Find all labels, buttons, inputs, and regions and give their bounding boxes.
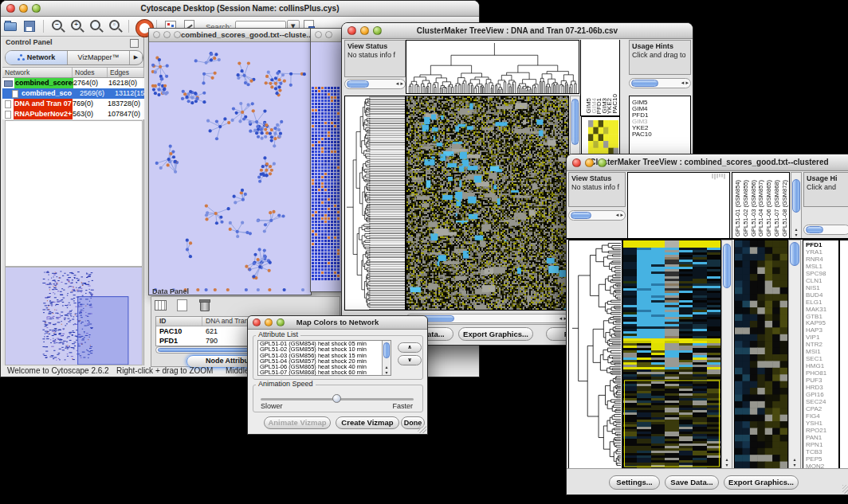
heatmap-pane[interactable] bbox=[622, 240, 721, 469]
delete-attribute-icon[interactable] bbox=[198, 299, 211, 312]
row-dendrogram-pane[interactable] bbox=[568, 240, 622, 469]
file-icon bbox=[12, 90, 18, 98]
network-tree-empty-area bbox=[5, 120, 143, 267]
tab-network[interactable]: Network bbox=[6, 51, 68, 64]
treeview1-titlebar[interactable]: ClusterMaker TreeView : DNA and Tran 07-… bbox=[342, 23, 693, 39]
close-button[interactable] bbox=[153, 31, 160, 38]
network-table-header[interactable]: Network Nodes Edges bbox=[2, 67, 144, 78]
create-vizmap-button[interactable]: Create Vizmap bbox=[336, 416, 399, 429]
close-button[interactable] bbox=[253, 318, 261, 326]
background-network-window[interactable] bbox=[310, 28, 344, 292]
usage-hints-scrollbar[interactable] bbox=[803, 225, 848, 235]
attribute-item[interactable]: GPL51-07 (GSM868) heat shock 60 min bbox=[258, 369, 383, 375]
attribute-list-scrollbar[interactable]: ▴▾ bbox=[382, 341, 391, 375]
folder-icon bbox=[4, 80, 13, 87]
dense-network-canvas[interactable] bbox=[311, 42, 341, 291]
column-label: GPL51-06 (GSM865) bbox=[766, 180, 772, 236]
move-down-button[interactable]: ∨ bbox=[398, 355, 422, 365]
treeview2-titlebar[interactable]: ClusterMaker TreeView : combined_scores_… bbox=[567, 154, 848, 171]
main-titlebar[interactable]: Cytoscape Desktop (Session Name: collins… bbox=[1, 1, 479, 17]
row-dendrogram-pane[interactable] bbox=[344, 96, 406, 311]
background-window-titlebar[interactable] bbox=[311, 29, 343, 42]
network-canvas[interactable] bbox=[149, 42, 309, 294]
network-table-row[interactable]: combined_sco2569(6)13112(15) bbox=[2, 88, 144, 99]
zoom-fit-icon[interactable]: ▫ bbox=[108, 19, 122, 33]
heatmap-pane[interactable] bbox=[406, 96, 569, 311]
treeview2-title: ClusterMaker TreeView : combined_scores_… bbox=[567, 154, 848, 170]
file-icon bbox=[5, 111, 11, 119]
faster-label: Faster bbox=[392, 402, 413, 410]
minimize-button[interactable] bbox=[585, 158, 594, 167]
view-status-scrollbar[interactable]: ◂ ▸ bbox=[568, 210, 626, 221]
attribute-listbox[interactable]: GPL51-01 (GSM854) heat shock 05 minGPL51… bbox=[257, 340, 391, 376]
zoom-window-button[interactable] bbox=[277, 318, 285, 326]
save-data-button[interactable]: Save Data... bbox=[665, 475, 719, 490]
move-up-button[interactable]: ∧ bbox=[398, 342, 422, 353]
gene-list-scroll-area[interactable] bbox=[839, 240, 848, 469]
column-label: GPL51-02 (GSM855) bbox=[743, 180, 749, 236]
view-status-scrollbar[interactable]: ◂ ▸ bbox=[344, 79, 406, 89]
dialog-title: Map Colors to Network bbox=[248, 316, 427, 329]
column-dendrogram-pane[interactable] bbox=[406, 40, 579, 94]
resize-grip[interactable] bbox=[418, 424, 426, 433]
map-colors-dialog: Map Colors to Network Attribute List GPL… bbox=[247, 315, 428, 435]
float-panel-icon[interactable] bbox=[130, 39, 139, 48]
tab-overflow-arrow[interactable]: ▶ bbox=[130, 51, 143, 64]
labels-vscrollbar[interactable]: ▴▾ bbox=[791, 172, 802, 239]
animate-vizmap-button[interactable]: Animate Vizmap bbox=[264, 416, 331, 429]
open-file-icon[interactable] bbox=[3, 19, 18, 33]
toolbar-separator bbox=[43, 20, 44, 33]
slider-thumb[interactable] bbox=[332, 394, 341, 403]
gene-label[interactable]: PAC10 bbox=[632, 131, 652, 138]
close-button[interactable] bbox=[315, 31, 322, 38]
toolbar-separator bbox=[128, 20, 129, 33]
export-graphics-button[interactable]: Export Graphics... bbox=[724, 475, 799, 490]
data-panel-title: Data Panel bbox=[152, 287, 189, 295]
column-dendrogram-pane[interactable] bbox=[627, 172, 730, 239]
network-table-row[interactable]: DNA and Tran 07769(0)183728(0) bbox=[2, 99, 144, 109]
animation-speed-label: Animation Speed bbox=[256, 380, 316, 388]
export-graphics-button[interactable]: Export Graphics... bbox=[458, 327, 533, 341]
usage-hints-scrollbar[interactable]: ◂ ▸ bbox=[629, 78, 691, 88]
network-table-row[interactable]: combined_scores2764(0)16218(0) bbox=[2, 78, 144, 88]
save-icon[interactable] bbox=[22, 19, 37, 33]
close-button[interactable] bbox=[347, 26, 356, 35]
minimize-button[interactable] bbox=[325, 31, 332, 38]
dialog-titlebar[interactable]: Map Colors to Network bbox=[248, 316, 427, 330]
treeview1-title: ClusterMaker TreeView : DNA and Tran 07-… bbox=[342, 23, 693, 38]
animation-speed-slider[interactable] bbox=[261, 398, 414, 400]
usage-hints-panel: Usage Hi Click and bbox=[803, 172, 848, 207]
control-panel: Control Panel Network VizMapper™ ▶ Netwo… bbox=[2, 37, 144, 365]
minimize-button[interactable] bbox=[19, 4, 28, 13]
select-attributes-icon[interactable] bbox=[154, 299, 167, 312]
tab-vizmapper[interactable]: VizMapper™ bbox=[68, 51, 130, 64]
zoom-window-button[interactable] bbox=[32, 4, 41, 13]
network-table-row[interactable]: RNAPuberNov2+563(0)107847(0) bbox=[2, 109, 144, 119]
zoom-heatmap-pane[interactable] bbox=[734, 240, 788, 469]
birdseye-overview[interactable] bbox=[5, 267, 143, 365]
zoom-vscrollbar[interactable]: ▴▾ bbox=[788, 240, 801, 469]
heatmap-vscrollbar[interactable]: ▴▾ bbox=[721, 240, 732, 469]
resize-grip[interactable] bbox=[842, 485, 848, 494]
zoom-in-icon[interactable]: + bbox=[69, 19, 84, 33]
minimize-button[interactable] bbox=[265, 318, 273, 326]
zoom-window-button[interactable] bbox=[373, 26, 382, 35]
minimize-button[interactable] bbox=[360, 26, 369, 35]
close-button[interactable] bbox=[572, 158, 581, 167]
zoom-selected-icon[interactable] bbox=[88, 19, 103, 33]
close-button[interactable] bbox=[6, 4, 15, 13]
new-attribute-icon[interactable] bbox=[175, 299, 189, 312]
column-label: GPL51-03 (GSM856) bbox=[751, 180, 757, 236]
settings-button[interactable]: Settings... bbox=[609, 475, 660, 490]
column-label: GPL51-04 (GSM857) bbox=[758, 180, 764, 236]
minimize-button[interactable] bbox=[163, 31, 171, 38]
zoom-window-button[interactable] bbox=[174, 31, 181, 38]
control-panel-title: Control Panel bbox=[6, 38, 53, 46]
window-title: Cytoscape Desktop (Session Name: collins… bbox=[1, 1, 479, 16]
heatmap-hscrollbar[interactable]: ◂ ▸ bbox=[406, 314, 569, 323]
zoom-out-icon[interactable]: − bbox=[50, 19, 65, 33]
column-label: GPL51-08 (GSM872) bbox=[782, 180, 788, 236]
network-view-titlebar[interactable]: combined_scores_good.txt--cluste... bbox=[149, 29, 311, 42]
view-status-panel: View Status No status info f bbox=[568, 172, 626, 207]
slower-label: Slower bbox=[261, 402, 283, 410]
